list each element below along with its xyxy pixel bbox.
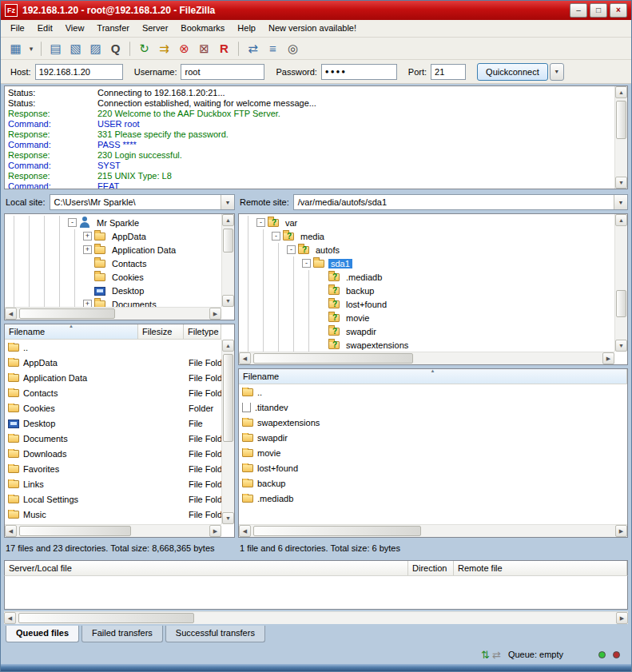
toggle-remote-tree-icon[interactable]: ▨ — [86, 40, 105, 58]
scroll-up-icon[interactable]: ▲ — [222, 340, 234, 352]
scroll-up-icon[interactable]: ▲ — [222, 214, 234, 226]
remote-tree-item-mediadb[interactable]: .mediadb — [241, 270, 614, 284]
cancel-icon[interactable]: ⊗ — [175, 40, 193, 58]
remote-tree-item-swapdir[interactable]: swapdir — [241, 324, 614, 338]
menu-server[interactable]: Server — [136, 20, 174, 37]
local-site-combo[interactable]: C:\Users\Mr Sparkle\ ▼ — [50, 194, 235, 210]
username-input[interactable] — [181, 64, 264, 80]
column-header-direction[interactable]: Direction — [408, 561, 454, 575]
scroll-down-icon[interactable]: ▼ — [222, 295, 234, 307]
scroll-thumb[interactable] — [253, 526, 421, 536]
scroll-right-icon[interactable]: ▶ — [209, 525, 221, 537]
menu-new-version[interactable]: New version available! — [262, 20, 363, 37]
scroll-left-icon[interactable]: ◀ — [239, 352, 251, 364]
tree-expander[interactable]: - — [302, 259, 311, 268]
local-file-row[interactable]: Local Settings File Folder — [5, 491, 221, 507]
quickconnect-button[interactable]: Quickconnect — [477, 63, 548, 81]
scroll-thumb[interactable] — [19, 526, 131, 536]
scroll-thumb[interactable] — [616, 101, 626, 139]
remote-file-row[interactable]: .. — [239, 384, 627, 400]
tree-expander[interactable]: + — [83, 232, 92, 241]
scroll-up-icon[interactable]: ▲ — [615, 214, 627, 226]
menu-file[interactable]: File — [4, 20, 31, 37]
remote-tree-item-swapextensions[interactable]: swapextensions — [241, 338, 614, 352]
remote-tree-item-media[interactable]: - media — [241, 229, 614, 243]
remote-file-row[interactable]: swapdir — [239, 430, 627, 445]
scroll-right-icon[interactable]: ▶ — [615, 525, 627, 537]
remote-file-row[interactable]: lost+found — [239, 460, 627, 475]
scroll-up-icon[interactable]: ▲ — [615, 86, 627, 98]
scroll-left-icon[interactable]: ◀ — [5, 308, 17, 320]
remote-tree-item-movie[interactable]: movie — [241, 311, 614, 324]
toggle-queue-icon[interactable]: Q — [106, 40, 125, 58]
tab-failed-transfers[interactable]: Failed transfers — [81, 626, 163, 642]
local-file-row[interactable]: Application Data File Folder — [5, 370, 221, 385]
local-file-row[interactable]: Links File Folder — [5, 476, 221, 491]
remote-file-row[interactable]: movie — [239, 445, 627, 460]
scroll-thumb[interactable] — [18, 613, 194, 623]
remote-file-row[interactable]: .mediadb — [239, 491, 627, 506]
maximize-button[interactable]: □ — [590, 3, 607, 18]
local-file-row[interactable]: Music File Folder — [5, 507, 221, 522]
chevron-down-icon[interactable]: ▼ — [614, 195, 627, 209]
disconnect-icon[interactable]: ⊠ — [195, 40, 213, 58]
local-file-row[interactable]: AppData File Folder — [5, 355, 221, 370]
local-list-vscrollbar[interactable]: ▲ ▼ — [221, 340, 234, 524]
remote-site-combo[interactable]: /var/media/autofs/sda1 ▼ — [293, 194, 628, 210]
reconnect-icon[interactable]: R — [215, 40, 233, 58]
menu-view[interactable]: View — [59, 20, 91, 37]
scroll-down-icon[interactable]: ▼ — [615, 177, 627, 189]
scroll-thumb[interactable] — [616, 290, 626, 317]
process-queue-icon[interactable]: ⇉ — [155, 40, 173, 58]
log-scrollbar[interactable]: ▲ ▼ — [614, 86, 627, 189]
toggle-message-log-icon[interactable]: ▤ — [46, 40, 65, 58]
chevron-down-icon[interactable]: ▼ — [221, 195, 234, 209]
host-input[interactable] — [35, 64, 123, 80]
tree-expander[interactable]: - — [256, 218, 265, 227]
remote-file-row[interactable]: .titandev — [239, 400, 627, 415]
tree-expander[interactable]: - — [287, 245, 296, 254]
menu-bookmarks[interactable]: Bookmarks — [174, 20, 231, 37]
local-tree-item-cookies[interactable]: Cookies — [7, 270, 221, 284]
refresh-icon[interactable]: ↻ — [135, 40, 153, 58]
minimize-button[interactable]: – — [570, 3, 587, 18]
column-header-server-local-file[interactable]: Server/Local file — [5, 561, 408, 575]
local-tree-item-mr-sparkle[interactable]: - Mr Sparkle — [7, 216, 221, 229]
remote-tree-hscrollbar[interactable]: ◀ ▶ — [239, 352, 614, 364]
scroll-down-icon[interactable]: ▼ — [222, 512, 234, 524]
local-file-row[interactable]: Favorites File Folder — [5, 461, 221, 476]
port-input[interactable] — [431, 64, 466, 80]
column-header-filename[interactable]: Filename — [5, 324, 138, 339]
local-list-hscrollbar[interactable]: ◀ ▶ — [5, 524, 221, 537]
remote-tree-item-autofs[interactable]: - autofs — [241, 243, 614, 256]
scroll-thumb[interactable] — [19, 308, 115, 319]
tree-expander[interactable]: - — [68, 218, 77, 227]
column-header-filetype[interactable]: Filetype — [184, 324, 221, 339]
local-tree-item-contacts[interactable]: Contacts — [7, 256, 221, 270]
remote-tree-vscrollbar[interactable]: ▲ ▼ — [614, 214, 627, 352]
scroll-thumb[interactable] — [223, 229, 233, 252]
remote-tree-item-sda1[interactable]: - sda1 — [241, 256, 614, 270]
toggle-local-tree-icon[interactable]: ▧ — [66, 40, 85, 58]
close-button[interactable]: × — [610, 3, 627, 18]
synchronized-browsing-icon[interactable]: ⇄ — [244, 40, 262, 58]
remote-list-hscrollbar[interactable]: ◀ ▶ — [239, 524, 627, 537]
scroll-thumb[interactable] — [253, 353, 413, 364]
scroll-left-icon[interactable]: ◀ — [4, 612, 16, 624]
menu-edit[interactable]: Edit — [31, 20, 59, 37]
password-input[interactable] — [321, 64, 397, 80]
remote-tree-item-lost-found[interactable]: lost+found — [241, 297, 614, 311]
remote-tree-item-var[interactable]: - var — [241, 216, 614, 229]
local-file-row[interactable]: .. — [5, 340, 221, 355]
site-manager-dropdown-icon[interactable]: ▾ — [26, 40, 36, 58]
local-tree-item-appdata[interactable]: + AppData — [7, 229, 221, 243]
queue-hscrollbar[interactable]: ◀ ▶ — [4, 611, 628, 624]
local-tree-item-application-data[interactable]: + Application Data — [7, 243, 221, 256]
scroll-left-icon[interactable]: ◀ — [5, 525, 17, 537]
column-header-filesize[interactable]: Filesize — [138, 324, 184, 339]
directory-comparison-icon[interactable]: ≡ — [264, 40, 282, 58]
remote-file-row[interactable]: swapextensions — [239, 415, 627, 430]
tree-expander[interactable]: - — [272, 232, 280, 241]
scroll-thumb[interactable] — [223, 354, 233, 442]
tab-queued-files[interactable]: Queued files — [6, 626, 79, 642]
